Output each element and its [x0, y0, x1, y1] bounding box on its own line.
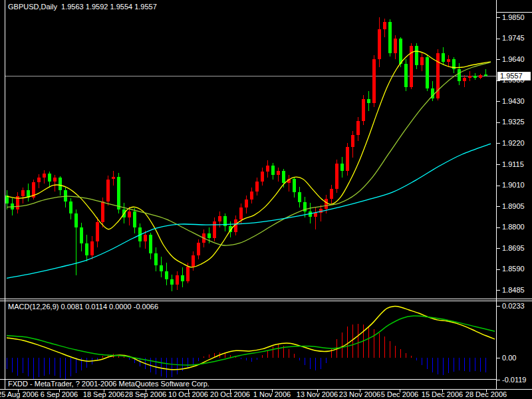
candle — [266, 160, 269, 178]
chart-canvas[interactable] — [0, 0, 532, 399]
price-axis-label: 1.9220 — [502, 139, 525, 148]
candle — [37, 174, 41, 188]
candle — [463, 75, 466, 88]
candle — [330, 185, 333, 203]
candle — [261, 168, 264, 186]
date-axis-label: 10 Oct 2006 — [168, 390, 208, 399]
macd-separator-top — [0, 299, 532, 299]
date-axis-label: 20 Oct 2006 — [210, 390, 250, 399]
candle — [5, 190, 9, 209]
candle — [160, 257, 163, 277]
candle — [426, 55, 429, 92]
candle — [117, 173, 120, 213]
candle — [250, 188, 253, 203]
price-axis-label: 1.9325 — [502, 118, 525, 126]
candle — [388, 19, 392, 57]
price-axis-label: 1.8485 — [502, 286, 525, 295]
current-price-tag: 1.9557 — [497, 72, 531, 80]
candle — [277, 168, 280, 182]
candle — [32, 180, 35, 200]
macd-indicator-label: MACD(12,26,9) 0.0081 0.0114 0.0000 -0.00… — [8, 303, 158, 311]
candle — [223, 213, 227, 231]
candle — [133, 208, 136, 233]
macd-axis-label: 0.0233 — [502, 302, 525, 311]
date-axis-label: 15 Dec 2006 — [422, 390, 463, 399]
price-axis-label: 1.9430 — [502, 97, 525, 106]
candle — [149, 233, 152, 259]
candle — [293, 177, 296, 198]
candle — [394, 35, 397, 60]
candle — [197, 239, 200, 259]
candle — [144, 231, 147, 249]
candle — [64, 188, 67, 207]
candle — [298, 187, 301, 207]
status-bar: FXDD - MetaTrader, ? 2001-2006 MetaQuote… — [8, 380, 209, 388]
candle — [176, 271, 179, 290]
candle — [484, 69, 487, 76]
candle — [378, 17, 381, 68]
date-axis-label: 13 Nov 2006 — [297, 390, 338, 399]
price-axis-label: 1.9850 — [502, 13, 525, 22]
candle — [452, 57, 456, 74]
candle — [479, 74, 482, 79]
candle — [447, 55, 450, 68]
macd-axis-label: -0.0119 — [502, 376, 527, 384]
candle — [468, 71, 471, 82]
candle — [16, 192, 19, 213]
price-axis-label: 1.8800 — [502, 223, 525, 231]
candle — [415, 43, 418, 70]
candle — [154, 247, 158, 271]
candle — [404, 59, 408, 92]
candle — [192, 251, 195, 271]
ma-mid — [7, 63, 491, 245]
macd-plot — [7, 307, 495, 380]
candle — [90, 236, 94, 259]
candle — [271, 163, 275, 180]
macd-axis[interactable]: 0.02330.00-0.0119 — [497, 301, 532, 389]
date-axis[interactable]: 25 Aug 20066 Sep 200618 Sep 200628 Sep 2… — [0, 390, 532, 399]
date-axis-label: 23 Nov 2006 — [339, 390, 380, 399]
price-axis-label: 1.8590 — [502, 265, 525, 273]
chart-title: GBPUSD,Daily 1.9563 1.9592 1.9554 1.9557 — [8, 3, 157, 11]
candle — [442, 47, 445, 66]
metatrader-window: GBPUSD,Daily 1.9563 1.9592 1.9554 1.9557… — [0, 0, 532, 399]
ma-fast — [7, 51, 491, 267]
candle — [255, 178, 259, 196]
price-axis-label: 1.8695 — [502, 244, 525, 253]
price-axis-label: 1.9745 — [502, 34, 525, 43]
ma-slow — [7, 144, 491, 278]
candle — [351, 131, 354, 158]
window-left-border — [5, 0, 5, 389]
candle — [69, 198, 72, 219]
candle — [85, 235, 88, 261]
price-axis-label: 1.9115 — [502, 160, 524, 169]
date-axis-label: 5 Dec 2006 — [381, 390, 418, 399]
date-axis-label: 1 Nov 2006 — [253, 390, 291, 399]
candle — [372, 55, 376, 108]
candle — [473, 73, 477, 80]
candle — [80, 223, 83, 251]
macd-axis-label: 0.00 — [502, 354, 516, 362]
macd-separator-bottom — [0, 301, 532, 301]
candle — [165, 263, 168, 285]
candle — [356, 117, 360, 142]
date-axis-label: 28 Dec 2006 — [466, 390, 507, 399]
candle — [314, 207, 317, 229]
date-axis-label: 18 Sep 2006 — [83, 390, 124, 399]
candle — [335, 160, 338, 193]
candle — [340, 157, 344, 178]
candle — [74, 209, 78, 275]
candle — [21, 188, 25, 203]
date-axis-label: 6 Sep 2006 — [41, 390, 78, 399]
candle — [170, 275, 174, 291]
date-axis-label: 25 Aug 2006 — [0, 390, 39, 399]
candle — [319, 205, 323, 221]
candle — [106, 176, 110, 205]
price-axis-label: 1.9010 — [502, 181, 525, 190]
candle — [48, 172, 51, 187]
candle — [53, 175, 57, 192]
date-axis-label: 28 Sep 2006 — [125, 390, 166, 399]
candle — [287, 175, 291, 192]
candle — [346, 143, 349, 176]
macd-signal-line — [7, 316, 495, 365]
